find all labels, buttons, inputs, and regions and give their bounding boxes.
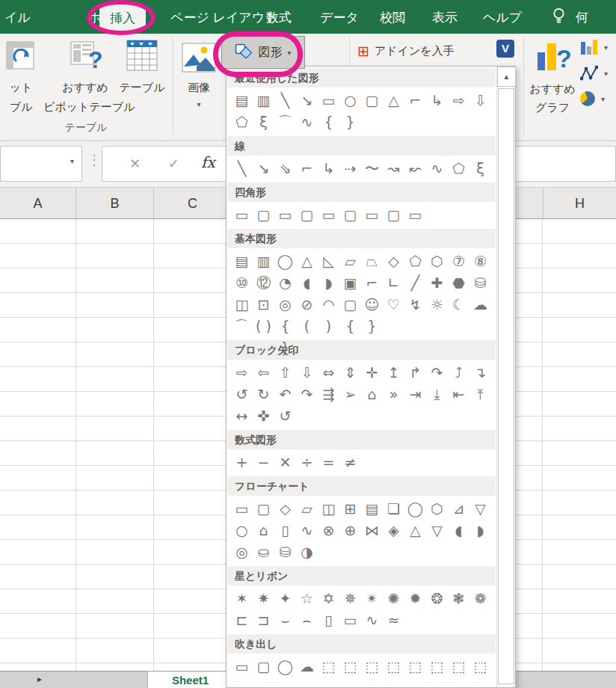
name-box-caret-icon[interactable]: ▾ (70, 157, 74, 165)
shape-icon[interactable]: ⇢ (339, 158, 361, 179)
shape-icon[interactable]: ↳ (318, 158, 339, 179)
shape-icon[interactable]: = (318, 452, 339, 473)
cancel-icon[interactable]: ✕ (129, 156, 141, 172)
shape-icon[interactable]: ▱ (339, 251, 361, 272)
shape-icon[interactable]: ↥ (383, 362, 404, 384)
shape-icon[interactable]: ◗ (469, 520, 491, 541)
shape-icon[interactable]: ⬚ (383, 656, 404, 678)
shape-icon[interactable]: » (383, 384, 404, 405)
shape-icon[interactable]: ▭ (318, 90, 339, 111)
shape-icon[interactable]: ⊞ (339, 498, 361, 520)
shape-icon[interactable]: ÷ (296, 452, 318, 473)
shape-icon[interactable]: ⌂ (361, 384, 383, 405)
shape-icon[interactable]: ⌂ (253, 520, 274, 541)
shape-icon[interactable]: { (318, 111, 339, 133)
shape-icon[interactable]: ⊏ (231, 609, 253, 631)
shape-icon[interactable]: ⇔ (318, 362, 339, 384)
shape-icon[interactable]: ∿ (296, 111, 318, 133)
shape-icon[interactable]: ▤ (231, 90, 253, 111)
shapes-button[interactable]: 図形 ▾ (221, 36, 305, 69)
shape-icon[interactable]: ✜ (253, 405, 274, 427)
shape-icon[interactable]: ☾ (448, 294, 469, 316)
shape-icon[interactable]: ✴ (361, 588, 383, 609)
shape-icon[interactable]: ⤒ (469, 384, 491, 405)
shape-icon[interactable]: ⇨ (231, 362, 253, 384)
shape-icon[interactable]: ▯ (274, 520, 296, 541)
shape-icon[interactable]: ▢ (339, 294, 361, 316)
shape-icon[interactable]: ↺ (274, 405, 296, 427)
shape-icon[interactable]: ⇩ (296, 362, 318, 384)
scroll-up-button[interactable]: ▲ (497, 67, 516, 87)
shape-icon[interactable]: ☼ (426, 294, 448, 316)
shape-icon[interactable]: ⬚ (318, 656, 339, 678)
shape-icon[interactable]: ⌢ (296, 609, 318, 631)
shape-icon[interactable]: ↯ (404, 294, 426, 316)
shape-icon[interactable]: ▢ (339, 204, 361, 226)
shape-icon[interactable]: ◫ (318, 498, 339, 520)
column-header-a[interactable]: A (0, 188, 76, 220)
shape-icon[interactable]: ✕ (274, 452, 296, 473)
shape-icon[interactable]: ❂ (426, 588, 448, 609)
shape-icon[interactable]: ☁ (469, 294, 491, 316)
shape-icon[interactable]: ▭ (231, 204, 253, 226)
tab-view[interactable]: 表示 (432, 9, 458, 26)
shape-icon[interactable]: ( (296, 316, 318, 337)
shape-icon[interactable]: ✷ (253, 588, 274, 609)
shape-icon[interactable]: ▥ (253, 251, 274, 272)
shape-icon[interactable]: △ (404, 520, 426, 541)
shape-icon[interactable]: 〜 (361, 158, 383, 179)
formula-bar-grip[interactable]: ⋮ (87, 152, 101, 168)
shape-icon[interactable]: ⇨ (448, 90, 469, 111)
shape-icon[interactable]: ⛀ (253, 541, 274, 563)
shape-icon[interactable]: ⊡ (253, 294, 274, 316)
shape-icon[interactable]: ↘ (253, 158, 274, 179)
shape-icon[interactable]: ⬚ (339, 656, 361, 678)
shape-icon[interactable]: ⬚ (469, 656, 491, 678)
shape-icon[interactable]: ↺ (231, 384, 253, 405)
shape-icon[interactable]: ▢ (253, 498, 274, 520)
shape-icon[interactable]: ↴ (469, 362, 491, 384)
shape-icon[interactable]: ▽ (426, 520, 448, 541)
shape-icon[interactable]: ➢ (339, 384, 361, 405)
shape-icon[interactable]: ∟ (383, 272, 404, 294)
shape-icon[interactable]: ⊕ (339, 520, 361, 541)
shape-icon[interactable]: ✦ (274, 588, 296, 609)
shape-icon[interactable]: ╲ (274, 90, 296, 111)
shape-icon[interactable]: ( ) (253, 316, 274, 337)
shape-icon[interactable]: ❏ (383, 498, 404, 520)
tab-file[interactable]: イル (4, 9, 31, 26)
shape-icon[interactable]: { } (274, 316, 296, 337)
shape-icon[interactable]: ▭ (231, 498, 253, 520)
shape-icon[interactable]: ◯ (404, 498, 426, 520)
shape-icon[interactable]: ○ (231, 520, 253, 541)
shape-icon[interactable]: ✵ (339, 588, 361, 609)
shape-icon[interactable]: ⌒ (274, 111, 296, 133)
shape-icon[interactable]: ◯ (274, 656, 296, 678)
shape-icon[interactable]: ⏢ (361, 251, 383, 272)
shape-icon[interactable]: ▭ (318, 204, 339, 226)
shape-icon[interactable]: ⇩ (469, 90, 491, 111)
shape-icon[interactable]: ▢ (383, 204, 404, 226)
shape-icon[interactable]: ⬚ (426, 656, 448, 678)
shape-icon[interactable]: ⋈ (361, 520, 383, 541)
shape-icon[interactable]: ⌣ (274, 609, 296, 631)
shape-icon[interactable]: ↷ (296, 384, 318, 405)
shape-icon[interactable]: ⬚ (448, 656, 469, 678)
shape-icon[interactable]: ⊐ (253, 609, 274, 631)
shape-icon[interactable]: △ (296, 251, 318, 272)
shape-icon[interactable]: ⬠ (448, 158, 469, 179)
shape-icon[interactable]: − (253, 452, 274, 473)
insert-scatter-chart-button[interactable]: ▾ (580, 65, 608, 82)
shape-icon[interactable]: ⌐ (361, 272, 383, 294)
shape-icon[interactable]: + (231, 452, 253, 473)
shape-icon[interactable]: ▢ (361, 90, 383, 111)
shape-icon[interactable]: ◺ (318, 251, 339, 272)
shape-icon[interactable]: ▤ (231, 251, 253, 272)
column-header-h[interactable]: H (543, 188, 616, 220)
shape-icon[interactable]: ⌐ (296, 158, 318, 179)
shape-icon[interactable]: ◑ (296, 541, 318, 563)
shape-icon[interactable]: ▥ (253, 90, 274, 111)
tab-help[interactable]: ヘルプ (483, 9, 522, 26)
shape-icon[interactable]: ⌒ (231, 316, 253, 337)
shape-icon[interactable]: ✶ (231, 588, 253, 609)
